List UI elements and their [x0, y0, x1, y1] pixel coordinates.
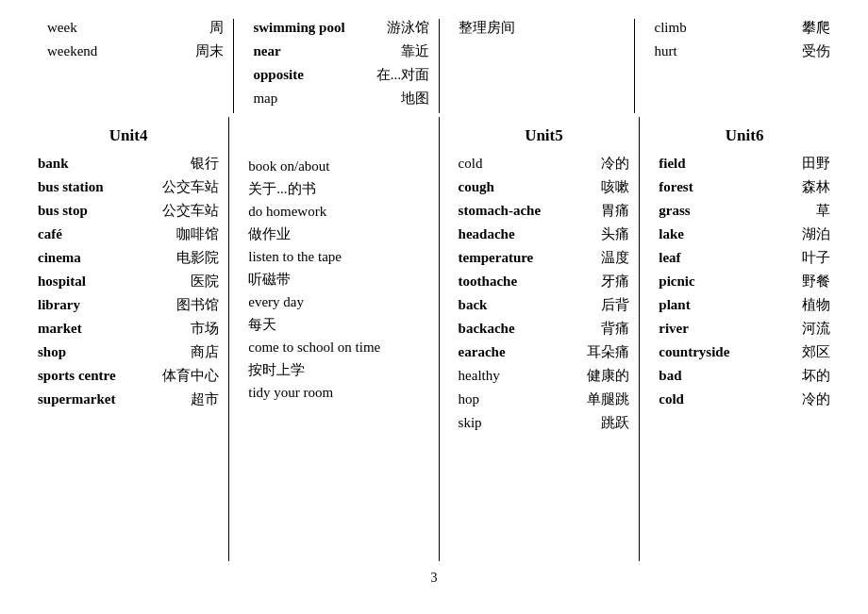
chinese-word: 冷的 [593, 155, 629, 173]
english-word: stomach-ache [459, 203, 572, 219]
english-word: library [38, 297, 151, 313]
chinese-word: 周末 [188, 42, 224, 60]
list-item: weekend 周末 [47, 42, 224, 60]
chinese-word: 市场 [183, 320, 219, 338]
english-word: café [38, 226, 151, 242]
english-word: bad [659, 368, 772, 384]
page: week 周 weekend 周末 swimming pool 游泳馆 near… [0, 0, 868, 614]
list-item: swimming pool 游泳馆 [253, 19, 429, 37]
list-item: plant 植物 [659, 296, 830, 314]
list-item: market 市场 [38, 320, 219, 338]
english-word: cold [659, 391, 772, 407]
chinese-word: 体育中心 [155, 367, 219, 385]
list-item: 关于...的书 [248, 180, 428, 198]
chinese-word: 森林 [794, 178, 830, 196]
unit4-col: Unit4 bank 银行 bus station 公交车站 bus stop … [28, 117, 228, 561]
list-item: toothache 牙痛 [459, 273, 630, 290]
chinese-phrase: 做作业 [248, 225, 361, 243]
list-item: bus stop 公交车站 [38, 202, 219, 220]
english-word: market [38, 321, 151, 337]
list-item: come to school on time [248, 340, 428, 356]
chinese-word: 医院 [183, 273, 219, 290]
english-word: headache [459, 226, 572, 242]
english-word: grass [659, 203, 772, 219]
english-word: tidy your room [248, 385, 361, 401]
chinese-word: 周 [202, 19, 224, 37]
english-word: swimming pool [253, 20, 366, 36]
list-item: hospital 医院 [38, 273, 219, 290]
list-item: picnic 野餐 [659, 273, 830, 290]
english-word: temperature [459, 250, 572, 266]
chinese-word: 靠近 [393, 42, 429, 60]
chinese-word: 田野 [794, 155, 830, 173]
chinese-word: 后背 [593, 296, 629, 314]
english-word: opposite [253, 67, 366, 83]
english-word: book on/about [248, 158, 361, 174]
chinese-word: 单腿跳 [579, 390, 629, 408]
list-item: hurt 受伤 [654, 42, 830, 60]
english-word: sports centre [38, 368, 151, 384]
chinese-phrase: 关于...的书 [248, 180, 361, 198]
list-item: bus station 公交车站 [38, 178, 219, 196]
list-item: healthy 健康的 [459, 367, 630, 385]
english-word: bus station [38, 179, 151, 195]
list-item: river 河流 [659, 320, 830, 338]
chinese-word: 野餐 [794, 273, 830, 290]
english-word: map [253, 91, 366, 107]
english-word: near [253, 43, 366, 59]
english-word: lake [659, 226, 772, 242]
english-word: back [459, 297, 572, 313]
english-word: hurt [654, 43, 767, 59]
chinese-word: 健康的 [579, 367, 629, 385]
chinese-phrase: 听磁带 [248, 271, 361, 289]
unit6-heading: Unit6 [659, 126, 830, 145]
list-item: forest 森林 [659, 178, 830, 196]
chinese-word: 商店 [183, 343, 219, 361]
chinese-word: 电影院 [169, 249, 219, 267]
english-word: bus stop [38, 203, 151, 219]
top-col3: 整理房间 [439, 19, 635, 113]
list-item: climb 攀爬 [654, 19, 830, 37]
list-item: 听磁带 [248, 271, 428, 289]
list-item: hop 单腿跳 [459, 390, 630, 408]
list-item: every day [248, 294, 428, 310]
english-word: field [659, 156, 772, 172]
list-item: 按时上学 [248, 361, 428, 379]
chinese-word: 银行 [183, 155, 219, 173]
chinese-word: 郊区 [794, 343, 830, 361]
list-item: supermarket 超市 [38, 390, 219, 408]
english-word: every day [248, 294, 361, 310]
english-word: cough [459, 179, 572, 195]
chinese-word: 咖啡馆 [169, 225, 219, 243]
list-item: backache 背痛 [459, 320, 630, 338]
list-item: shop 商店 [38, 343, 219, 361]
chinese-phrase: 每天 [248, 316, 361, 334]
chinese-word: 背痛 [593, 320, 629, 338]
list-item: back 后背 [459, 296, 630, 314]
english-word: shop [38, 344, 151, 360]
list-item: 每天 [248, 316, 428, 334]
english-word: hospital [38, 274, 151, 290]
list-item: map 地图 [253, 90, 429, 108]
english-word: healthy [459, 368, 572, 384]
english-word: picnic [659, 274, 772, 290]
english-word: do homework [248, 204, 361, 220]
list-item: 整理房间 [459, 19, 635, 37]
list-item: café 咖啡馆 [38, 225, 219, 243]
english-word: river [659, 321, 772, 337]
list-item: near 靠近 [253, 42, 429, 60]
list-item: 做作业 [248, 225, 428, 243]
top-section: week 周 weekend 周末 swimming pool 游泳馆 near… [0, 19, 868, 113]
list-item: opposite 在...对面 [253, 66, 429, 84]
chinese-word: 温度 [593, 249, 629, 267]
chinese-word: 公交车站 [155, 202, 219, 220]
chinese-word: 受伤 [794, 42, 830, 60]
list-item: countryside 郊区 [659, 343, 830, 361]
list-item: cough 咳嗽 [459, 178, 630, 196]
list-item: do homework [248, 204, 428, 220]
unit5-heading: Unit5 [459, 126, 630, 145]
list-item: stomach-ache 胃痛 [459, 202, 630, 220]
list-item: headache 头痛 [459, 225, 630, 243]
chinese-word: 头痛 [593, 225, 629, 243]
english-word: week [47, 20, 160, 36]
